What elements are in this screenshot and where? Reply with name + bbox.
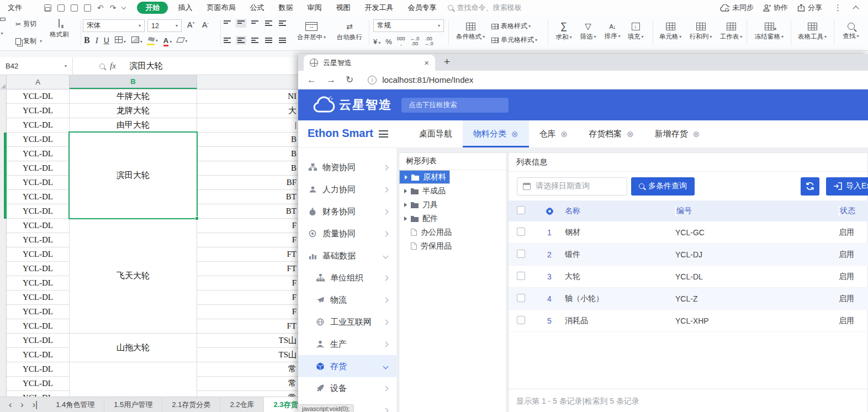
grid-cell-a[interactable]: YCL-DL — [7, 262, 70, 276]
tab-close-circle-icon[interactable]: ⊗ — [511, 129, 518, 139]
grid-cell-c-fragment[interactable]: F — [197, 305, 298, 319]
tab-close-icon[interactable]: × — [424, 58, 429, 67]
tree-item-2[interactable]: 半成品 — [399, 184, 506, 198]
date-query-input[interactable]: 请选择日期查询 — [517, 177, 627, 196]
percent-button[interactable]: % — [385, 38, 392, 46]
table-row[interactable]: 5消耗品YCL-XHP启用 — [509, 310, 868, 332]
table-row[interactable]: 1钢材YCL-GC启用 — [509, 221, 868, 244]
site-info-icon[interactable] — [368, 76, 377, 84]
justify-icon[interactable] — [265, 38, 272, 43]
tab-close-circle-icon[interactable]: ⊗ — [693, 129, 700, 139]
grid-cell-c-fragment[interactable]: F — [197, 276, 298, 290]
tree-item-0[interactable]: 原材料 — [399, 170, 450, 184]
sidebar-item-6[interactable]: 物流 — [298, 289, 396, 311]
zoom-icon[interactable] — [99, 64, 105, 69]
grid-cell-a[interactable]: YCL-DL — [7, 89, 70, 104]
reload-icon[interactable]: ↻ — [346, 74, 353, 86]
align-right-icon[interactable] — [251, 38, 258, 43]
grid-cell-c-fragment[interactable]: B — [197, 133, 298, 147]
grid-cell-c-fragment[interactable]: B — [197, 147, 298, 161]
menu-toggle-icon[interactable] — [379, 130, 388, 140]
grid-cell-c-fragment[interactable]: TS山 — [197, 348, 298, 362]
increase-decimal-button[interactable]: ←.0.00 — [410, 36, 420, 46]
thousands-separator-button[interactable]: 000, — [397, 36, 405, 46]
sidebar-item-3[interactable]: 质量协同 — [298, 223, 396, 245]
tree-item-4[interactable]: 配件 — [399, 212, 506, 225]
grid-cell-c-fragment[interactable]: F — [197, 233, 298, 247]
worksheet-button[interactable]: 工作表▾ — [717, 15, 745, 47]
app-tab-0[interactable]: 桌面导航 — [409, 120, 463, 147]
shading-button[interactable]: ▾ — [131, 36, 142, 45]
column-header-b[interactable]: B — [70, 75, 197, 89]
paste-button[interactable]: 贴▾ — [0, 19, 3, 37]
grid-cell-a[interactable]: YCL-DL — [7, 147, 70, 161]
fill-button[interactable]: ↓填充▾ — [624, 15, 647, 47]
prev-sheet-icon[interactable]: › — [20, 400, 23, 410]
redo-icon[interactable]: ↷ — [110, 3, 117, 12]
grid-cell-a[interactable]: YCL-DL — [7, 319, 70, 334]
wps-ribbon-tab-1[interactable]: 插入 — [171, 0, 199, 15]
italic-button[interactable]: I — [96, 36, 98, 45]
sheet-tab-0[interactable]: 1.4角色管理 — [46, 397, 104, 412]
more-menu-icon[interactable]: ⋮ — [834, 3, 842, 13]
wps-ribbon-tab-3[interactable]: 公式 — [242, 0, 271, 15]
row-checkbox[interactable] — [517, 316, 525, 324]
distribute-icon[interactable] — [279, 38, 286, 43]
table-row[interactable]: 4轴（小轮）YCL-Z启用 — [509, 288, 868, 310]
grid-cell-c-fragment[interactable]: BT — [197, 190, 298, 204]
url-text[interactable]: localhost:81/Home/Index — [382, 75, 473, 84]
grid-cell-b[interactable]: 龙牌大轮 — [70, 104, 197, 118]
sheet-tab-2[interactable]: 2.1存货分类 — [162, 397, 220, 412]
decrease-font-icon[interactable]: A- — [202, 20, 209, 29]
grid-cell-c-fragment[interactable]: FT — [197, 319, 298, 334]
sidebar-item-1[interactable]: 人力协同 — [298, 178, 396, 200]
grid-cell-c-fragment[interactable]: 常 — [197, 362, 298, 377]
grid-cell-c-fragment[interactable]: F — [197, 219, 298, 233]
browser-tab[interactable]: 云星智造 × — [304, 55, 435, 71]
save-icon[interactable] — [44, 4, 51, 12]
row-checkbox[interactable] — [517, 272, 525, 280]
increase-font-icon[interactable]: A+ — [187, 20, 195, 29]
row-checkbox[interactable] — [517, 294, 525, 302]
grid-cell-a[interactable]: YCL-DL — [7, 219, 70, 233]
header-search-box[interactable]: 点击下拉框搜索 — [401, 98, 509, 113]
sheet-tab-3[interactable]: 2.2仓库 — [220, 397, 264, 412]
grid-cell-a[interactable]: YCL-DL — [7, 161, 70, 176]
table-style-button[interactable]: 表格样式▾ — [491, 22, 531, 31]
grid-cell-c-fragment[interactable]: F — [197, 290, 298, 305]
grid-cell-a[interactable]: YCL-DL — [7, 348, 70, 362]
select-all-corner[interactable] — [0, 75, 7, 89]
align-top-icon[interactable] — [224, 20, 231, 26]
share-button[interactable]: 分享 — [797, 3, 822, 13]
select-all-checkbox[interactable] — [517, 206, 525, 214]
sidebar-item-2[interactable]: 财务协同 — [298, 200, 396, 223]
wps-ribbon-tab-2[interactable]: 页面布局 — [199, 0, 242, 15]
header-status[interactable]: 状态 — [839, 206, 868, 216]
grid-cell-a[interactable]: YCL-DL — [7, 190, 70, 204]
copy-button[interactable]: 复制▾ — [15, 36, 42, 46]
export-icon[interactable] — [57, 4, 65, 12]
sidebar-item-8[interactable]: 生产 — [298, 333, 396, 355]
conditional-format-button[interactable]: 条件格式▾ — [453, 15, 488, 47]
file-menu[interactable]: 文件 — [8, 3, 22, 13]
table-row[interactable]: 3大轮YCL-DL启用 — [509, 266, 868, 288]
grid-cell-a[interactable]: YCL-DL — [7, 305, 70, 319]
grid-cell-a[interactable]: YCL-DL — [7, 104, 70, 118]
align-left-icon[interactable] — [224, 38, 231, 43]
grid-cell-c-fragment[interactable]: B — [197, 161, 298, 176]
decrease-decimal-button[interactable]: .00→.0 — [424, 36, 433, 46]
more-commands-icon[interactable] — [121, 4, 126, 9]
grid-cell-a[interactable]: YCL-DL — [7, 362, 70, 377]
last-sheet-icon[interactable]: ›| — [33, 400, 38, 410]
app-tab-2[interactable]: 仓库⊗ — [529, 120, 579, 147]
table-row[interactable]: 2锻件YCL-DJ启用 — [509, 244, 868, 266]
first-sheet-icon[interactable]: ‹ — [9, 400, 12, 410]
grid-cell-c-fragment[interactable]: NI — [197, 89, 298, 104]
table-tools-button[interactable]: 表格工具▾ — [794, 15, 830, 47]
tree-item-3[interactable]: 刀具 — [399, 198, 506, 212]
grid-cell-a[interactable]: YCL-DL — [7, 133, 70, 147]
align-bottom-icon[interactable] — [251, 20, 258, 26]
grid-cell-a[interactable]: YCL-DL — [7, 290, 70, 305]
app-tab-4[interactable]: 新增存货⊗ — [644, 120, 711, 147]
grid-cell-c-fragment[interactable]: 常 — [197, 377, 298, 391]
